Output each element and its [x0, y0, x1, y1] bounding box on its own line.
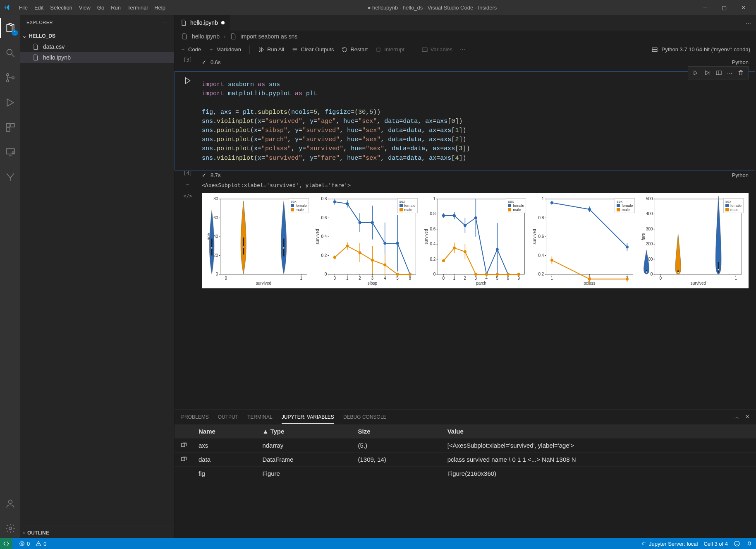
svg-text:0: 0	[216, 272, 218, 276]
var-row[interactable]: dataDataFrame(1309, 14)pclass survived n…	[175, 453, 756, 467]
kernel-label[interactable]: Python 3.7.10 64-bit ('myenv': conda)	[661, 46, 750, 53]
menu-help[interactable]: Help	[151, 3, 169, 12]
more-output-icon[interactable]: …	[186, 180, 189, 186]
delete-cell-icon[interactable]	[737, 70, 744, 76]
col-size[interactable]: Size	[352, 424, 441, 439]
close-button[interactable]: ✕	[734, 0, 753, 15]
error-count[interactable]: 0	[19, 541, 30, 547]
tab-more-icon[interactable]: ⋯	[740, 15, 756, 31]
code-cell[interactable]: ⋯ import seaborn as sns import matplotli…	[175, 71, 755, 170]
svg-point-89	[371, 259, 374, 261]
chart-legend: sexfemalemale	[723, 198, 744, 213]
panel-tab-debug-console[interactable]: DEBUG CONSOLE	[343, 411, 387, 423]
panel-maximize-icon[interactable]: ︿	[734, 414, 739, 421]
run-cell-icon[interactable]	[692, 70, 699, 76]
notebook-file-icon	[181, 33, 188, 40]
explorer-icon[interactable]: 1	[0, 18, 20, 38]
outline-section[interactable]: › OUTLINE	[20, 527, 174, 538]
panel-tab-terminal[interactable]: TERMINAL	[247, 411, 273, 423]
feedback-icon[interactable]	[734, 540, 740, 547]
svg-rect-14	[652, 50, 657, 51]
file-hello-ipynb[interactable]: hello.ipynb	[20, 52, 174, 63]
menu-file[interactable]: File	[16, 3, 31, 12]
svg-point-146	[452, 246, 455, 249]
variables-button[interactable]: Variables	[421, 46, 452, 53]
menu-view[interactable]: View	[76, 3, 94, 12]
panel-tab-jupyter-variables[interactable]: JUPYTER: VARIABLES	[282, 411, 334, 424]
warning-count[interactable]: 0	[36, 541, 46, 547]
panel-tab-output[interactable]: OUTPUT	[218, 411, 238, 423]
notifications-icon[interactable]	[746, 540, 753, 547]
svg-point-36	[243, 246, 244, 247]
cell-position[interactable]: Cell 3 of 4	[703, 541, 728, 547]
svg-point-189	[626, 278, 629, 280]
settings-gear-icon[interactable]	[0, 518, 20, 538]
cell-more-icon[interactable]: ⋯	[727, 70, 732, 76]
code-output-icon: </>	[183, 193, 192, 199]
restart-button[interactable]: Restart	[341, 46, 368, 53]
jupyter-server-status[interactable]: Jupyter Server: local	[641, 541, 698, 547]
minimize-button[interactable]: ─	[696, 0, 715, 15]
menu-go[interactable]: Go	[94, 3, 108, 12]
crumb-file[interactable]: hello.ipynb	[192, 33, 220, 40]
extensions-icon[interactable]	[0, 117, 20, 137]
svg-text:400: 400	[646, 211, 653, 216]
var-row[interactable]: figFigureFigure(2160x360)	[175, 467, 756, 481]
popout-icon[interactable]	[180, 456, 187, 463]
var-row[interactable]: axsndarray(5,)[<AxesSubplot:xlabel='surv…	[175, 439, 756, 453]
svg-text:8: 8	[409, 276, 411, 280]
svg-text:300: 300	[646, 226, 653, 231]
col-type[interactable]: ▲ Type	[256, 424, 352, 439]
tab-hello-ipynb[interactable]: hello.ipynb	[175, 15, 231, 31]
run-cell-by-line-icon[interactable]	[704, 70, 711, 76]
project-folder[interactable]: ⌄ HELLO_DS	[20, 31, 174, 41]
svg-point-156	[506, 273, 509, 276]
maximize-button[interactable]: ▢	[715, 0, 734, 15]
menu-edit[interactable]: Edit	[31, 3, 47, 12]
notebook-body[interactable]: [3] ✓ 0.6s Python ⋯	[175, 57, 756, 409]
split-cell-icon[interactable]	[715, 70, 722, 76]
svg-point-134	[474, 216, 477, 219]
bottom-panel: PROBLEMSOUTPUTTERMINALJUPYTER: VARIABLES…	[175, 409, 756, 538]
menu-run[interactable]: Run	[108, 3, 124, 12]
svg-text:0.4: 0.4	[321, 234, 327, 239]
jupyter-variables-icon[interactable]	[0, 167, 20, 187]
search-icon[interactable]	[0, 43, 20, 63]
notebook-file-icon	[180, 19, 187, 26]
col-value[interactable]: Value	[442, 424, 756, 439]
add-markdown-button[interactable]: ＋ Markdown	[208, 46, 241, 53]
run-all-button[interactable]: Run All	[258, 46, 284, 53]
svg-text:3: 3	[371, 276, 373, 280]
source-control-icon[interactable]	[0, 68, 20, 88]
chevron-right-icon: ›	[224, 33, 226, 40]
toolbar-more-icon[interactable]: ⋯	[460, 46, 465, 53]
interrupt-button[interactable]: Interrupt	[375, 46, 404, 53]
run-cell-icon[interactable]	[183, 76, 192, 85]
breadcrumbs[interactable]: hello.ipynb › import seaborn as sns	[175, 31, 756, 42]
accounts-icon[interactable]	[0, 494, 20, 513]
add-code-button[interactable]: ＋ Code	[180, 46, 201, 53]
menu-terminal[interactable]: Terminal	[124, 3, 151, 12]
run-debug-icon[interactable]	[0, 93, 20, 113]
more-icon[interactable]: ⋯	[163, 20, 168, 25]
crumb-cell[interactable]: import seaborn as sns	[241, 33, 298, 40]
remote-explorer-icon[interactable]	[0, 142, 20, 162]
chevron-down-icon: ⌄	[22, 33, 26, 39]
code-editor[interactable]: import seaborn as sns import matplotlib.…	[202, 75, 749, 169]
variables-table: Name▲ TypeSizeValue axsndarray(5,)[<Axes…	[175, 424, 756, 480]
panel-close-icon[interactable]: ✕	[745, 414, 749, 421]
cell-lang[interactable]: Python	[732, 172, 749, 178]
cell-lang[interactable]: Python	[732, 59, 749, 65]
panel-tab-problems[interactable]: PROBLEMS	[181, 411, 209, 423]
svg-text:9: 9	[517, 276, 520, 280]
popout-icon[interactable]	[180, 442, 187, 449]
svg-point-77	[383, 242, 386, 245]
chart-pclass: 0.20.40.60.81123pclasssurvivedsexfemalem…	[530, 196, 637, 286]
svg-point-220	[734, 541, 739, 546]
clear-outputs-button[interactable]: Clear Outputs	[292, 46, 334, 53]
menu-selection[interactable]: Selection	[47, 3, 75, 12]
remote-button[interactable]	[0, 538, 12, 549]
file-data-csv[interactable]: data.csv	[20, 41, 174, 52]
col-name[interactable]: Name	[193, 424, 256, 439]
svg-text:0.8: 0.8	[321, 197, 327, 201]
